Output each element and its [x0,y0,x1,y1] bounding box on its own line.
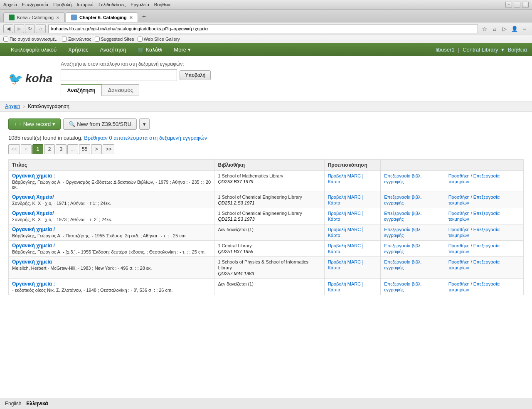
search-submit-button[interactable]: Υποβολή [180,70,211,80]
result-title-link[interactable]: Οργανική Χημεία/ [12,210,54,216]
koha-nav-left: Κυκλοφορία υλικού Χρήστες Αναζήτηση 🛒 Κα… [5,43,197,56]
card-view-link[interactable]: Κάρτα [328,200,340,205]
edit-record-link[interactable]: Επεξεργασία βιβλ. εγγραφής [384,281,421,292]
nav-help-link[interactable]: Βοήθεια [507,47,527,53]
bookmark-checkbox-1[interactable] [3,37,8,42]
page-3-button[interactable]: 3 [56,144,66,154]
breadcrumb-home[interactable]: Αρχική [5,103,20,109]
user-icon[interactable]: 👤 [510,25,519,33]
marc-view-link[interactable]: Προβολή MARC [328,259,361,264]
edit-record-link[interactable]: Επεξεργασία βιβλ. εγγραφής [384,259,421,270]
result-title-link[interactable]: Οργανική Χημεία/ [12,194,54,200]
card-view-link[interactable]: Κάρτα [328,249,340,254]
nav-user-link[interactable]: libuser1 [436,47,455,53]
add-edit-items-link[interactable]: Προσθήκη / Επεξεργασία τεκμηρίων [448,195,500,205]
bookmark-webslice[interactable]: Web Slice Gallery [138,37,180,42]
tab-close-1[interactable]: ✕ [56,15,59,20]
add-edit-items-link[interactable]: Προσθήκη / Επεξεργασία τεκμηρίων [448,259,500,270]
card-view-link[interactable]: Κάρτα [328,265,340,270]
edit-record-link[interactable]: Επεξεργασία βιβλ. εγγραφής [384,173,421,184]
nav-more[interactable]: More ▾ [168,43,197,56]
maximize-button[interactable]: □ [514,2,520,7]
col-library: Βιβλιοθήκη [214,160,324,171]
result-edit: Επεξεργασία βιβλ. εγγραφής [381,279,445,295]
edit-record-link[interactable]: Επεξεργασία βιβλ. εγγραφής [384,211,421,222]
edit-record-link[interactable]: Επεξεργασία βιβλ. εγγραφής [384,243,421,254]
marc-view-link[interactable]: Προβολή MARC [328,243,361,248]
page-2-button[interactable]: 2 [44,144,55,154]
tab-koha-cataloging[interactable]: Koha › Cataloging ✕ [3,12,65,22]
new-from-z39-button[interactable]: 🔍 New from Z39.50/SRU [63,118,137,130]
result-library: 1 School of Chemical Engineering Library… [214,208,324,224]
add-edit-items-link[interactable]: Προσθήκη / Επεξεργασία τεκμηρίων [448,173,500,184]
nav-circulation[interactable]: Κυκλοφορία υλικού [5,43,62,56]
result-title-link[interactable]: Οργανική χημεία / [12,227,55,232]
nav-basket[interactable]: 🛒 Καλάθι [132,43,168,56]
menu-file[interactable]: Αρχείο [3,2,17,7]
nav-library-link[interactable]: Central Library [463,47,498,53]
refresh-button[interactable]: ↻ [25,24,35,33]
bookmark-start[interactable]: Ξεκινώντας [62,37,91,42]
page-prev-button[interactable]: < [21,144,32,154]
page-next-button[interactable]: > [91,144,102,154]
add-edit-items-link[interactable]: Προσθήκη / Επεξεργασία τεκμηρίων [448,243,500,254]
nav-search[interactable]: Αναζήτηση [94,43,132,56]
card-view-link[interactable]: Κάρτα [328,233,340,238]
menu-tools[interactable]: Εργαλεία [131,2,149,7]
page-last-button[interactable]: >> [103,144,114,154]
card-view-link[interactable]: Κάρτα [328,217,340,222]
marc-view-link[interactable]: Προβολή MARC [328,195,361,200]
bookmark-frequent[interactable]: Πιο συχνά αναγνωσμέ... [3,37,59,42]
bookmark-checkbox-3[interactable] [95,37,100,42]
page-1-button[interactable]: 1 [32,144,43,154]
url-bar[interactable] [48,24,478,33]
add-edit-items-link[interactable]: Προσθήκη / Επεξεργασία τεκμηρίων [448,211,500,222]
menu-bookmarks[interactable]: Σελιδοδείκτες [99,2,126,7]
minimize-button[interactable]: − [505,2,512,7]
page-first-button[interactable]: << [8,144,20,154]
menu-view[interactable]: Προβολή [53,2,71,7]
results-pool-link[interactable]: Βρέθηκαν 0 αποτελέσματα στη δεξαμενή εγγ… [84,135,207,141]
result-edit: Επεξεργασία βιβλ. εγγραφής [381,241,445,257]
breadcrumb-current: Καταλογογράφηση [28,103,69,109]
tab-close-2[interactable]: ✕ [129,15,133,20]
nav-users[interactable]: Χρήστες [62,43,94,56]
menu-edit[interactable]: Επεξεργασία [22,2,48,7]
result-title-link[interactable]: Οργανική χημεία [12,259,52,265]
new-record-button[interactable]: + + New record ▾ [8,118,61,130]
marc-view-link[interactable]: Προβολή MARC [328,211,361,216]
tab-search[interactable]: Αναζήτηση [61,84,101,96]
catalog-search-input[interactable] [61,69,177,81]
result-title-link[interactable]: Οργανική χημεία / [12,243,55,249]
edit-record-link[interactable]: Επεξεργασία βιβλ. εγγραφής [384,227,421,238]
back-button[interactable]: ◀ [3,24,13,33]
result-add-edit: Προσθήκη / Επεξεργασία τεκμηρίων [445,257,523,279]
bookmark-star-icon[interactable]: ☆ [480,25,489,33]
bookmark-checkbox-2[interactable] [62,37,67,42]
result-title-link[interactable]: Οργανική χημεία : [12,173,55,179]
marc-view-link[interactable]: Προβολή MARC [328,173,361,178]
marc-view-link[interactable]: Προβολή MARC [328,281,361,286]
z39-dropdown-button[interactable]: ▾ [139,118,150,130]
result-title-link[interactable]: Οργανική χημεία : [12,281,55,287]
bookmark-suggested[interactable]: Suggested Sites [95,37,134,42]
tab-chapter-cataloging[interactable]: Chapter 6. Cataloging ✕ [66,12,138,22]
add-edit-items-link[interactable]: Προσθήκη / Επεξεργασία τεκμηρίων [448,227,500,238]
new-tab-button[interactable]: + [139,11,149,22]
menu-help[interactable]: Βοήθεια [154,2,170,7]
nav-icon[interactable]: ▷ [500,25,509,33]
bookmark-checkbox-4[interactable] [138,37,143,42]
home-button[interactable]: ⌂ [36,24,46,33]
card-view-link[interactable]: Κάρτα [328,287,340,292]
page-55-button[interactable]: 55 [79,144,90,154]
marc-view-link[interactable]: Προβολή MARC [328,227,361,232]
tab-lending[interactable]: Δανεισμός [102,84,139,96]
close-button[interactable]: ✕ [522,2,529,7]
add-edit-items-link[interactable]: Προσθήκη / Επεξεργασία τεκμηρίων [448,281,500,292]
forward-button[interactable]: ▶ [14,24,24,33]
home-icon[interactable]: ⌂ [490,25,499,33]
edit-record-link[interactable]: Επεξεργασία βιβλ. εγγραφής [384,195,421,205]
menu-icon[interactable]: ≡ [520,25,529,33]
menu-history[interactable]: Ιστορικό [76,2,93,7]
card-view-link[interactable]: Κάρτα [328,179,340,184]
